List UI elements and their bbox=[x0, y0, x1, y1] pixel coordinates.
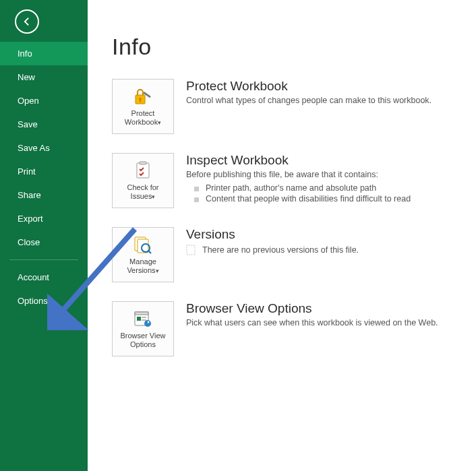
sidebar-item-new[interactable]: New bbox=[0, 65, 88, 89]
section-title: Protect Workbook bbox=[186, 79, 457, 94]
svg-line-9 bbox=[148, 251, 151, 253]
sidebar-item-export[interactable]: Export bbox=[0, 207, 88, 230]
sidebar-item-save[interactable]: Save bbox=[0, 113, 88, 136]
sidebar-item-share[interactable]: Share bbox=[0, 183, 88, 207]
section-desc: Pick what users can see when this workbo… bbox=[186, 318, 457, 327]
back-button[interactable] bbox=[15, 9, 39, 34]
backstage-sidebar: InfoNewOpenSaveSave AsPrintShareExportCl… bbox=[0, 0, 88, 471]
browser-view-options-button[interactable]: Browser View Options bbox=[112, 301, 174, 356]
lock-key-icon bbox=[133, 86, 153, 106]
section-versions: Manage Versions▾ Versions There are no p… bbox=[112, 227, 457, 282]
browser-view-icon bbox=[133, 309, 153, 329]
section-title: Inspect Workbook bbox=[186, 153, 457, 168]
protect-workbook-button[interactable]: Protect Workbook▾ bbox=[112, 79, 174, 134]
bullet-icon bbox=[194, 197, 199, 202]
document-icon bbox=[186, 245, 196, 255]
svg-rect-10 bbox=[187, 245, 195, 255]
svg-rect-12 bbox=[135, 312, 148, 315]
checklist-icon bbox=[133, 160, 152, 181]
tile-label: Manage Versions bbox=[127, 257, 156, 274]
sidebar-item-account[interactable]: Account bbox=[0, 265, 88, 289]
bullet-text: Content that people with disabilities fi… bbox=[206, 194, 411, 203]
chevron-down-icon: ▾ bbox=[156, 268, 159, 274]
svg-rect-2 bbox=[140, 100, 141, 102]
section-desc: Control what types of changes people can… bbox=[186, 96, 457, 105]
list-item: Printer path, author's name and absolute… bbox=[186, 183, 457, 193]
content-area: Info Protect Workbook▾ Protect Workbook bbox=[88, 0, 476, 471]
manage-versions-button[interactable]: Manage Versions▾ bbox=[112, 227, 174, 282]
sidebar-item-options[interactable]: Options bbox=[0, 289, 88, 313]
svg-rect-5 bbox=[140, 162, 146, 164]
sidebar-item-print[interactable]: Print bbox=[0, 160, 88, 183]
section-title: Browser View Options bbox=[186, 301, 457, 316]
page-title: Info bbox=[112, 34, 457, 60]
section-protect: Protect Workbook▾ Protect Workbook Contr… bbox=[112, 79, 457, 134]
svg-rect-13 bbox=[137, 317, 141, 321]
chevron-down-icon: ▾ bbox=[158, 119, 161, 126]
tile-label: Browser View Options bbox=[120, 332, 165, 348]
sidebar-item-info[interactable]: Info bbox=[0, 42, 88, 65]
section-inspect: Check for Issues▾ Inspect Workbook Befor… bbox=[112, 153, 457, 208]
section-desc: Before publishing this file, be aware th… bbox=[186, 170, 457, 179]
versions-icon bbox=[133, 234, 153, 255]
sidebar-item-saveas[interactable]: Save As bbox=[0, 136, 88, 160]
sidebar-separator bbox=[9, 259, 78, 260]
check-for-issues-button[interactable]: Check for Issues▾ bbox=[112, 153, 174, 208]
bullet-icon bbox=[194, 187, 199, 191]
versions-desc: There are no previous versions of this f… bbox=[202, 245, 359, 255]
section-title: Versions bbox=[186, 227, 457, 242]
chevron-down-icon: ▾ bbox=[152, 193, 155, 200]
sidebar-item-close[interactable]: Close bbox=[0, 230, 88, 254]
arrow-left-icon bbox=[21, 15, 33, 28]
tile-label: Protect Workbook bbox=[125, 109, 158, 126]
svg-rect-15 bbox=[142, 319, 146, 321]
sidebar-item-open[interactable]: Open bbox=[0, 89, 88, 113]
section-browser: Browser View Options Browser View Option… bbox=[112, 301, 457, 356]
svg-rect-14 bbox=[142, 317, 146, 318]
list-item: Content that people with disabilities fi… bbox=[186, 194, 457, 203]
bullet-text: Printer path, author's name and absolute… bbox=[206, 183, 376, 193]
svg-rect-4 bbox=[137, 163, 149, 178]
